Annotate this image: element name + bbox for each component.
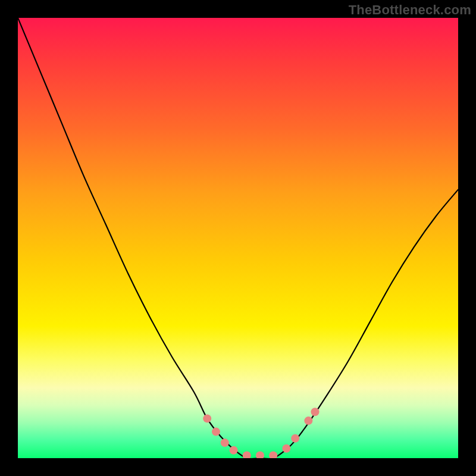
curve-marker bbox=[256, 452, 264, 458]
chart-frame: TheBottleneck.com bbox=[0, 0, 476, 476]
curve-marker bbox=[203, 414, 211, 422]
curve-marker bbox=[230, 446, 238, 455]
curve-layer bbox=[18, 18, 458, 458]
bottleneck-curve bbox=[18, 18, 458, 458]
curve-marker bbox=[221, 439, 229, 447]
curve-marker bbox=[291, 434, 299, 443]
plot-area bbox=[18, 18, 458, 458]
curve-marker bbox=[243, 452, 251, 458]
curve-path-group bbox=[18, 18, 458, 458]
curve-marker bbox=[269, 452, 277, 458]
curve-marker bbox=[304, 416, 312, 425]
curve-marker bbox=[212, 428, 220, 436]
curve-marker bbox=[282, 444, 290, 453]
curve-marker bbox=[311, 408, 320, 416]
watermark-text: TheBottleneck.com bbox=[349, 2, 471, 18]
